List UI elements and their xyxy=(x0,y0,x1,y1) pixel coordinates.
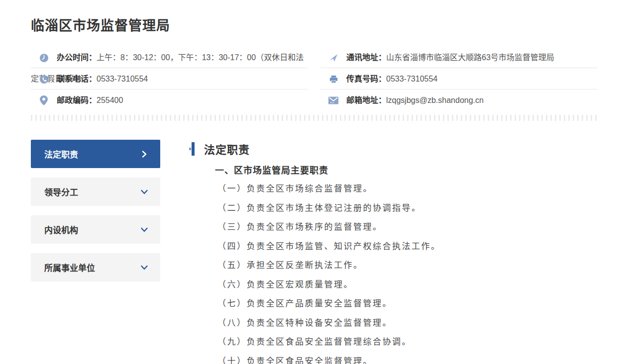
sidebar-item-label: 领导分工 xyxy=(44,185,78,198)
page: 临淄区市场监督管理局 办公时间：上午：8：30-12：00，下午：13：30-1… xyxy=(0,15,627,364)
duty-item: （七）负责全区产品质量安全监督管理。 xyxy=(217,294,597,313)
sidebar-item-label: 法定职责 xyxy=(44,148,78,160)
chevron-down-icon xyxy=(140,264,148,272)
send-icon xyxy=(328,53,338,63)
main-content: 法定职责 一、区市场监管局主要职责 （一）负责全区市场综合监督管理。 （二）负责… xyxy=(192,140,597,364)
fax-value: 0533-7310554 xyxy=(386,75,437,83)
subsection-title: 一、区市场监管局主要职责 xyxy=(215,163,597,176)
section-marker-icon xyxy=(192,142,195,156)
chevron-down-icon xyxy=(140,226,148,234)
email-value: lzqgsjbgs@zb.shandong.cn xyxy=(386,96,484,104)
sidebar-item-legal-duties[interactable]: 法定职责 xyxy=(31,140,160,168)
postal-code-value: 255400 xyxy=(97,96,123,104)
duty-item: （十）负责全区食品安全监督管理。 xyxy=(217,352,597,364)
email-label: 邮箱地址： xyxy=(346,96,386,104)
sidebar-item-leadership[interactable]: 领导分工 xyxy=(31,178,160,206)
sidebar-item-internal-orgs[interactable]: 内设机构 xyxy=(31,215,160,244)
duty-item: （六）负责全区宏观质量管理。 xyxy=(217,275,597,294)
address-cell: 通讯地址：山东省淄博市临淄区大顺路63号市场监督管理局 xyxy=(320,47,597,68)
contact-info-grid: 办公时间：上午：8：30-12：00，下午：13：30-17：00（双休日和法定… xyxy=(31,47,597,111)
section-head: 法定职责 xyxy=(192,141,597,157)
postal-code-label: 邮政编码： xyxy=(57,96,97,104)
duty-list: （一）负责全区市场综合监督管理。 （二）负责全区市场主体登记注册的协调指导。 （… xyxy=(217,179,597,364)
duty-item: （四）负责全区市场监管、知识产权综合执法工作。 xyxy=(217,237,597,256)
duty-item: （五）承担全区反垄断执法工作。 xyxy=(217,256,597,275)
postal-code-cell: 邮政编码：255400 xyxy=(31,90,308,111)
duty-item: （九）负责全区食品安全监督管理综合协调。 xyxy=(217,332,597,352)
mail-icon xyxy=(328,95,338,105)
duty-item: （一）负责全区市场综合监督管理。 xyxy=(217,179,597,198)
phone-cell: 联系电话：0533-7310554 xyxy=(31,68,308,90)
fax-cell: 传真号码：0533-7310554 xyxy=(320,68,597,90)
sidebar: 法定职责 领导分工 内设机构 所属事业单位 xyxy=(31,140,160,291)
email-cell: 邮箱地址：lzqgsjbgs@zb.shandong.cn xyxy=(320,90,597,111)
duty-item: （三）负责全区市场秩序的监督管理。 xyxy=(217,217,597,237)
chevron-right-icon xyxy=(140,150,148,158)
section-title: 法定职责 xyxy=(204,141,250,157)
duty-item: （二）负责全区市场主体登记注册的协调指导。 xyxy=(217,198,597,218)
duty-item: （八）负责全区特种设备安全监督管理。 xyxy=(217,313,597,333)
sidebar-item-affiliated-units[interactable]: 所属事业单位 xyxy=(31,253,160,281)
phone-icon xyxy=(39,74,49,84)
sidebar-item-label: 所属事业单位 xyxy=(44,261,95,273)
clock-icon xyxy=(39,53,49,63)
office-hours-cell: 办公时间：上午：8：30-12：00，下午：13：30-17：00（双休日和法定… xyxy=(31,47,308,68)
striped-divider xyxy=(31,115,597,121)
office-hours-label: 办公时间： xyxy=(57,53,97,62)
sidebar-item-label: 内设机构 xyxy=(44,223,78,236)
fax-label: 传真号码： xyxy=(346,75,386,83)
address-label: 通讯地址： xyxy=(346,53,386,62)
phone-value: 0533-7310554 xyxy=(97,75,148,83)
address-value: 山东省淄博市临淄区大顺路63号市场监督管理局 xyxy=(386,53,554,62)
location-pin-icon xyxy=(39,95,49,105)
fax-icon xyxy=(328,74,338,84)
page-title: 临淄区市场监督管理局 xyxy=(31,15,597,34)
chevron-down-icon xyxy=(140,188,148,196)
phone-label: 联系电话： xyxy=(57,75,97,83)
